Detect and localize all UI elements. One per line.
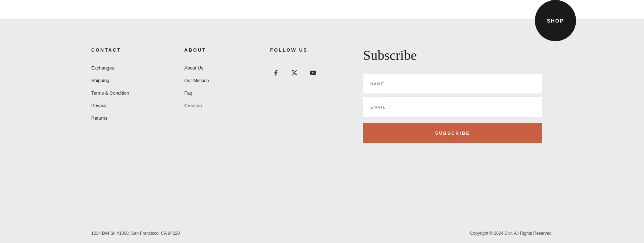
social-icons-container <box>270 67 342 78</box>
name-input[interactable] <box>363 74 542 94</box>
subscribe-button[interactable]: SUBSCRIBE <box>363 123 542 143</box>
footer: CONTACT Exchanges Shipping Terms & Condi… <box>0 19 644 243</box>
exchanges-link[interactable]: Exchanges <box>91 65 163 71</box>
faq-link[interactable]: Faq <box>184 90 249 96</box>
email-input[interactable] <box>363 97 542 117</box>
contact-heading: CONTACT <box>91 47 163 53</box>
follow-us-column: FOLLOW US <box>270 47 342 209</box>
footer-address: 1234 Divi St. #1000, San Francisco, CA 9… <box>91 231 180 236</box>
facebook-icon[interactable] <box>270 67 282 78</box>
shop-button[interactable]: SHOP <box>535 0 576 41</box>
shop-button-label: SHOP <box>547 18 564 24</box>
creation-link[interactable]: Creation <box>184 103 249 108</box>
about-us-link[interactable]: About Us <box>184 65 249 71</box>
about-heading: ABOUT <box>184 47 249 53</box>
twitter-x-icon[interactable] <box>289 67 300 78</box>
footer-bottom: 1234 Divi St. #1000, San Francisco, CA 9… <box>0 224 644 243</box>
subscribe-title: Subscribe <box>363 47 553 63</box>
subscribe-column: Subscribe SUBSCRIBE <box>363 47 553 209</box>
terms-link[interactable]: Terms & Condition <box>91 90 163 96</box>
footer-main: CONTACT Exchanges Shipping Terms & Condi… <box>0 19 644 224</box>
our-mission-link[interactable]: Our Mission <box>184 78 249 83</box>
shipping-link[interactable]: Shipping <box>91 78 163 83</box>
returns-link[interactable]: Returns <box>91 115 163 121</box>
follow-us-heading: FOLLOW US <box>270 47 342 53</box>
privacy-link[interactable]: Privacy <box>91 103 163 108</box>
about-column: ABOUT About Us Our Mission Faq Creation <box>184 47 249 209</box>
footer-copyright: Copyright © 2024 Divi. All Rights Reserv… <box>470 231 553 236</box>
youtube-icon[interactable] <box>307 67 319 78</box>
contact-column: CONTACT Exchanges Shipping Terms & Condi… <box>91 47 163 209</box>
